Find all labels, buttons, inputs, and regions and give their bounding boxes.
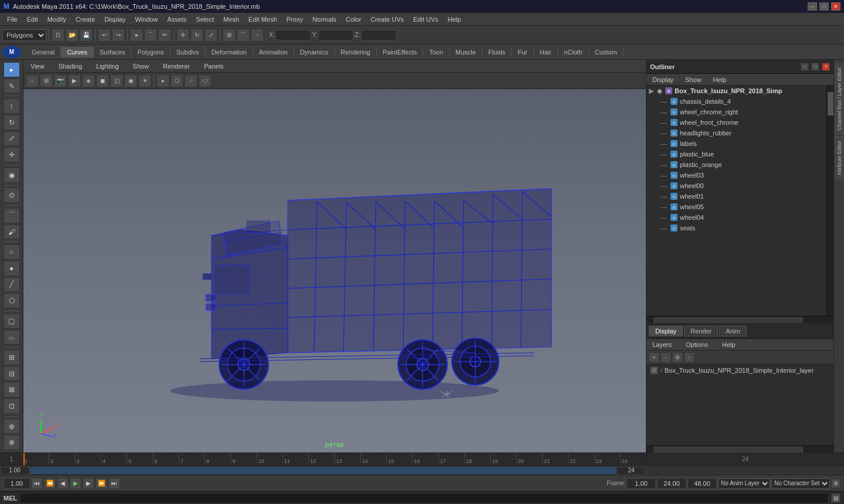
tab-subdivs[interactable]: Subdivs: [171, 47, 206, 57]
create-poly-button[interactable]: ▢: [4, 314, 20, 329]
next-frame-button[interactable]: ▶: [83, 478, 94, 489]
range-end-input[interactable]: [617, 466, 646, 475]
menu-create[interactable]: Create: [71, 15, 100, 24]
outliner-scrollbar-h[interactable]: [646, 316, 833, 323]
frame-start-input[interactable]: [627, 478, 656, 489]
go-to-end-button[interactable]: ⏭: [108, 478, 120, 489]
outliner-minimize-button[interactable]: ─: [801, 63, 809, 71]
soft-select-button[interactable]: ◉: [4, 168, 20, 183]
tab-custom[interactable]: Custom: [589, 47, 624, 57]
tab-hair[interactable]: Hair: [534, 47, 558, 57]
list-item[interactable]: — o seats: [646, 223, 826, 233]
step-forward-button[interactable]: ⏩: [96, 478, 107, 489]
outliner-list[interactable]: ▶ ◈ G Box_Truck_Isuzu_NPR_2018_Simp — o …: [646, 86, 833, 316]
attribute-editor-tab[interactable]: Attribute Editor: [835, 135, 844, 181]
universal-manip-button[interactable]: ✛: [4, 147, 20, 162]
delete-layer-button[interactable]: -: [661, 352, 671, 363]
prev-frame-button[interactable]: ◀: [57, 478, 69, 489]
bind-skin-button[interactable]: ⬡: [4, 293, 20, 308]
paint-select-button[interactable]: ✏: [158, 29, 171, 42]
layer3-button[interactable]: ⊠: [4, 382, 20, 397]
layer-visibility-button[interactable]: V: [650, 366, 658, 374]
range-start-input[interactable]: [0, 466, 29, 475]
layer-export-button[interactable]: ↑: [684, 352, 695, 363]
lasso-select-button[interactable]: ⌒: [144, 29, 157, 42]
outliner-hscroll-thumb[interactable]: [654, 317, 803, 323]
vp-wire-button[interactable]: ◈: [82, 74, 95, 87]
layer-tab-display[interactable]: Display: [649, 326, 683, 336]
tab-rendering[interactable]: Rendering: [335, 47, 377, 57]
rotate-tool-button[interactable]: ↻: [190, 29, 203, 42]
tab-toon[interactable]: Toon: [423, 47, 450, 57]
minimize-button[interactable]: ─: [808, 2, 817, 11]
tab-ncloth[interactable]: nCloth: [558, 47, 589, 57]
list-item[interactable]: — o wheel01: [646, 191, 826, 202]
outliner-close-button[interactable]: ✕: [822, 63, 830, 71]
paint-ops-button[interactable]: 🖌: [4, 224, 20, 240]
tab-general[interactable]: General: [26, 47, 61, 57]
menu-normals[interactable]: Normals: [308, 15, 341, 24]
layer-button[interactable]: ⊞: [4, 350, 20, 365]
joint-button[interactable]: ●: [4, 261, 20, 276]
vp-light-button[interactable]: ☀: [138, 74, 151, 87]
outliner-display-menu[interactable]: Display: [649, 76, 677, 84]
vp-sphere-button[interactable]: ○: [185, 74, 198, 87]
tab-animation[interactable]: Animation: [253, 47, 294, 57]
tab-curves[interactable]: Curves: [61, 47, 94, 57]
channel-box-tab[interactable]: Channel Box / Layer Editor: [835, 62, 844, 135]
menu-edit-mesh[interactable]: Edit Mesh: [244, 15, 282, 24]
open-scene-button[interactable]: 📂: [66, 29, 79, 42]
play-button[interactable]: ▶: [70, 478, 81, 489]
lighting-menu[interactable]: Lighting: [93, 62, 122, 71]
menu-window[interactable]: Window: [130, 15, 162, 24]
new-scene-button[interactable]: 🗋: [52, 29, 64, 42]
preferences-button[interactable]: ⚙: [831, 479, 840, 488]
layer-hscroll-thumb[interactable]: [654, 447, 803, 452]
menu-help[interactable]: Help: [443, 15, 466, 24]
cv-curve-button[interactable]: ⌓: [4, 330, 20, 345]
scale-tool-button[interactable]: ⤢: [205, 29, 217, 42]
layer-options-button[interactable]: ⚙: [672, 352, 683, 363]
show-manips-button[interactable]: ⊙: [4, 188, 20, 203]
vp-cube-button[interactable]: ⬡: [171, 74, 183, 87]
ik-button[interactable]: ╱: [4, 277, 20, 292]
rotate-button[interactable]: ↻: [4, 115, 20, 130]
list-item[interactable]: — o plastic_blue: [646, 149, 826, 159]
range-max-input[interactable]: [688, 478, 717, 489]
lasso-tool-button[interactable]: ⌒: [4, 208, 20, 223]
layer-row[interactable]: V / Box_Truck_Isuzu_NPR_2018_Simple_Inte…: [646, 365, 833, 376]
mode-select[interactable]: Polygons Surfaces Dynamics: [2, 29, 46, 41]
vp-render-button[interactable]: ▶: [68, 74, 81, 87]
tab-deformation[interactable]: Deformation: [206, 47, 253, 57]
outliner-help-menu[interactable]: Help: [710, 76, 730, 84]
mel-history-button[interactable]: ▤: [831, 493, 840, 503]
x-coord-input[interactable]: [275, 30, 311, 40]
layer-tab-render[interactable]: Render: [684, 326, 718, 336]
vp-smooth-button[interactable]: ◉: [124, 74, 137, 87]
vp-select-button[interactable]: ▸: [156, 74, 169, 87]
tab-fur[interactable]: Fur: [512, 47, 534, 57]
outliner-root-item[interactable]: ▶ ◈ G Box_Truck_Isuzu_NPR_2018_Simp: [646, 86, 826, 96]
tab-dynamics[interactable]: Dynamics: [294, 47, 335, 57]
menu-modify[interactable]: Modify: [43, 15, 71, 24]
outliner-scrollbar-v[interactable]: [826, 86, 833, 316]
list-item[interactable]: — o labels: [646, 138, 826, 149]
menu-edit-uvs[interactable]: Edit UVs: [409, 15, 443, 24]
panels-menu[interactable]: Panels: [200, 62, 227, 71]
list-item[interactable]: — o wheel_chrome_right: [646, 107, 826, 117]
list-item[interactable]: — o plastic_orange: [646, 159, 826, 170]
cluster-button[interactable]: ○: [4, 244, 20, 260]
vp-home-button[interactable]: ⌂: [26, 74, 39, 87]
undo-button[interactable]: ↩: [98, 29, 111, 42]
vp-wire2-button[interactable]: ◫: [110, 74, 123, 87]
close-button[interactable]: ✕: [831, 2, 840, 11]
list-item[interactable]: — o headlights_rubber: [646, 128, 826, 138]
frame-end-input[interactable]: [657, 478, 686, 489]
outliner-maximize-button[interactable]: □: [811, 63, 819, 71]
vp-camera-button[interactable]: 📷: [54, 74, 67, 87]
3d-viewport[interactable]: persp Y X Z: [23, 89, 646, 452]
extra-button-2[interactable]: ⊗: [4, 435, 20, 450]
snap-point-button[interactable]: ◦: [251, 29, 264, 42]
tab-painteffects[interactable]: PaintEffects: [377, 47, 424, 57]
layer4-button[interactable]: ⊡: [4, 399, 20, 414]
